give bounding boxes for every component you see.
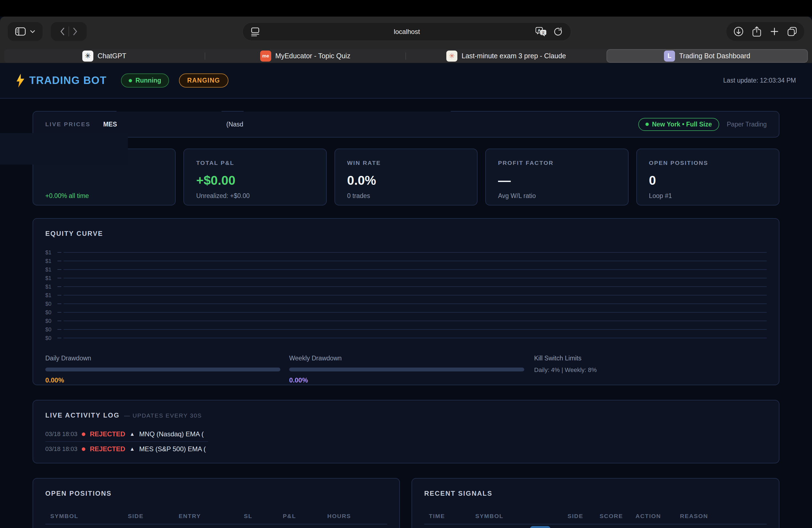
status-dot-icon — [129, 79, 132, 82]
column-header-hours: HOURS — [327, 513, 351, 519]
kill-switch-detail: Daily: 4% | Weekly: 8% — [534, 366, 767, 373]
tab-myeducator[interactable]: me MyEducator - Topic Quiz — [205, 49, 406, 63]
equity-curve-chart: $1 $1 $1 $1 $1 $1 $0 $0 $0 $0 $0 — [45, 250, 767, 341]
tab-strip: ✳ ChatGPT me MyEducator - Topic Quiz ✳ L… — [0, 46, 812, 63]
paper-trading-label: Paper Trading — [727, 121, 767, 128]
log-status: REJECTED — [90, 430, 125, 438]
tab-label: MyEducator - Topic Quiz — [275, 52, 350, 60]
table-divider — [424, 524, 767, 524]
column-header-action: ACTION — [636, 513, 661, 519]
y-axis-tick: $0 — [45, 301, 57, 307]
session-dot-icon — [646, 122, 649, 126]
stat-value: — — [498, 173, 615, 191]
gridline — [63, 338, 767, 338]
gridline — [63, 261, 767, 261]
equity-curve-card: EQUITY CURVE $1 $1 $1 $1 $1 $1 $0 $0 $0 … — [33, 218, 779, 385]
gridline — [63, 269, 767, 270]
live-activity-log-card: LIVE ACTIVITY LOG — UPDATES EVERY 30S 03… — [33, 400, 779, 464]
log-timestamp: 03/18 18:03 — [45, 445, 77, 453]
forward-button[interactable] — [73, 28, 77, 35]
url-text[interactable]: localhost — [243, 28, 571, 35]
sidebar-toggle-button[interactable] — [8, 22, 43, 41]
open-positions-title: OPEN POSITIONS — [45, 489, 387, 497]
browser-chrome: localhost A 文 — [0, 17, 812, 63]
address-bar[interactable]: localhost A 文 — [243, 23, 571, 41]
gridline — [63, 321, 767, 321]
signal-symbol-badge — [530, 526, 550, 528]
session-label: New York • Full Size — [652, 121, 712, 128]
column-header-pnl: P&L — [283, 513, 296, 519]
rejected-dot-icon — [82, 432, 85, 436]
stat-value: +$0.00 — [196, 173, 314, 191]
stat-subtext: Avg W/L ratio — [498, 192, 615, 200]
gridline — [63, 295, 767, 295]
open-positions-header-row: SYMBOL SIDE ENTRY SL P&L HOURS — [45, 513, 387, 519]
downloads-icon[interactable] — [734, 27, 743, 36]
render-artifact-overlay — [0, 133, 128, 165]
weekly-drawdown-label: Weekly Drawdown — [289, 355, 534, 362]
tab-claude[interactable]: ✳ Last-minute exam 3 prep - Claude — [406, 49, 607, 63]
daily-drawdown: Daily Drawdown 0.00% — [45, 355, 289, 384]
y-axis-tick: $1 — [45, 275, 57, 281]
stat-subtext: Loop #1 — [649, 192, 767, 200]
stat-subtext: +0.00% all time — [45, 192, 163, 200]
dashboard-favicon-icon: L — [664, 50, 675, 62]
tab-chatgpt[interactable]: ✳ ChatGPT — [4, 49, 205, 63]
stat-subtext: 0 trades — [347, 192, 465, 200]
stat-card-open-positions: OPEN POSITIONS 0 Loop #1 — [636, 149, 779, 205]
column-header-symbol: SYMBOL — [50, 513, 78, 519]
log-divider — [45, 441, 208, 442]
back-button[interactable] — [60, 28, 64, 35]
stat-card-total-pnl: TOTAL P&L +$0.00 Unrealized: +$0.00 — [184, 149, 327, 205]
recent-signals-title: RECENT SIGNALS — [424, 489, 767, 497]
share-icon[interactable] — [752, 26, 762, 37]
recent-signals-header-row: TIME SYMBOL SIDE SCORE ACTION REASON — [424, 513, 767, 519]
dashboard-header: TRADING BOT Running RANGING Last update:… — [0, 63, 812, 99]
column-header-sl: SL — [244, 513, 252, 519]
nav-button-group — [51, 22, 87, 41]
log-timestamp: 03/18 18:03 — [45, 430, 77, 438]
tab-label: ChatGPT — [98, 52, 126, 60]
bottom-tables-row: OPEN POSITIONS SYMBOL SIDE ENTRY SL P&L … — [33, 478, 779, 528]
kill-switch-label: Kill Switch Limits — [534, 355, 767, 362]
stat-card-profit-factor: PROFIT FACTOR — Avg W/L ratio — [485, 149, 628, 205]
stat-card-win-rate: WIN RATE 0.0% 0 trades — [334, 149, 478, 205]
chatgpt-favicon-icon: ✳ — [82, 50, 93, 62]
tab-overview-icon[interactable] — [787, 27, 797, 36]
column-header-time: TIME — [429, 513, 445, 519]
column-header-side: SIDE — [568, 513, 583, 519]
live-prices-symbol: MES — [103, 121, 117, 128]
stat-title: WIN RATE — [347, 160, 465, 167]
column-header-symbol: SYMBOL — [475, 513, 504, 519]
y-axis-tick: $1 — [45, 258, 57, 264]
browser-toolbar: localhost A 文 — [0, 17, 812, 46]
y-axis-tick: $1 — [45, 249, 57, 256]
activity-log-title: LIVE ACTIVITY LOG — [45, 411, 120, 419]
table-divider — [45, 524, 387, 524]
weekly-drawdown: Weekly Drawdown 0.00% — [289, 355, 534, 384]
tab-trading-bot-dashboard[interactable]: L Trading Bot Dashboard — [607, 49, 808, 63]
stat-value: 0.0% — [347, 173, 465, 191]
live-prices-partial-text: (Nasd — [227, 121, 243, 128]
log-status: REJECTED — [90, 445, 125, 453]
drawdown-row: Daily Drawdown 0.00% Weekly Drawdown 0.0… — [45, 355, 767, 384]
y-axis-tick: $0 — [45, 326, 57, 333]
column-header-score: SCORE — [599, 513, 623, 519]
render-artifact-border-gap — [117, 111, 221, 112]
activity-log-list: 03/18 18:03 REJECTED ▲ MNQ (Nasdaq) EMA … — [45, 428, 767, 455]
gridline — [63, 312, 767, 312]
y-axis-tick: $0 — [45, 335, 57, 341]
long-arrow-icon: ▲ — [130, 446, 135, 452]
myeducator-favicon-icon: me — [260, 50, 271, 62]
recent-signals-card: RECENT SIGNALS TIME SYMBOL SIDE SCORE AC… — [411, 478, 779, 528]
rejected-dot-icon — [82, 448, 85, 451]
stat-value — [45, 173, 163, 191]
tab-label: Trading Bot Dashboard — [679, 52, 750, 60]
y-axis-tick: $1 — [45, 266, 57, 273]
activity-log-subtitle: — UPDATES EVERY 30S — [124, 412, 202, 419]
column-header-entry: ENTRY — [179, 513, 201, 519]
column-header-reason: REASON — [680, 513, 708, 519]
new-tab-icon[interactable] — [770, 27, 779, 35]
stat-title: TOTAL P&L — [196, 160, 314, 167]
long-arrow-icon: ▲ — [130, 431, 135, 437]
